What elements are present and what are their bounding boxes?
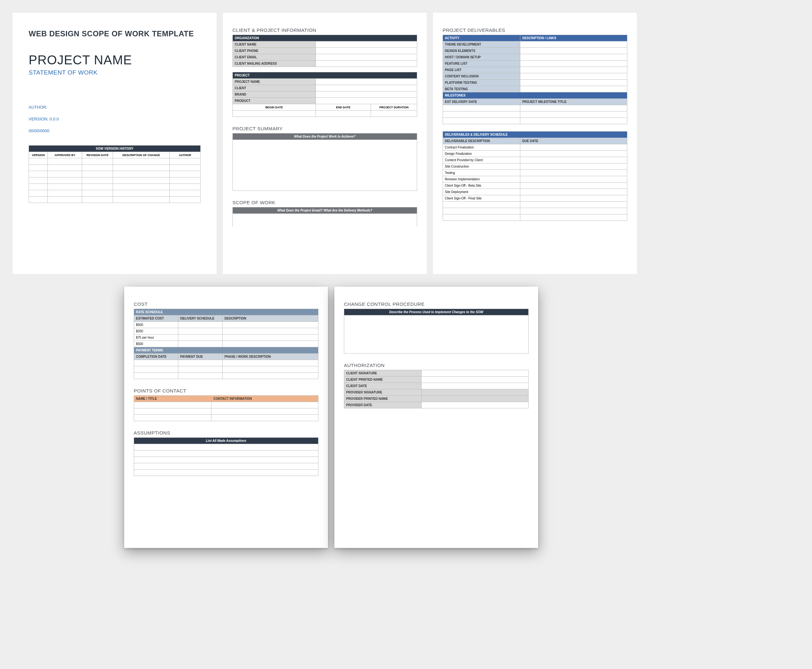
project-name: PROJECT NAME: [29, 53, 201, 67]
act-content: CONTENT INCLUSION: [443, 73, 520, 80]
org-client-email: CLIENT EMAIL: [233, 54, 316, 61]
col-deliv-desc: DELIVERABLE DESCRIPTION: [443, 138, 520, 144]
org-client-name: CLIENT NAME: [233, 41, 316, 48]
col-approved: APPROVED BY: [48, 152, 82, 158]
col-begin-date: BEGIN DATE: [233, 104, 316, 111]
rate-500a: $500: [134, 322, 178, 328]
change-prompt: Describe the Process Used to Implement C…: [344, 309, 528, 315]
proj-name-row: PROJECT NAME: [233, 79, 316, 85]
contacts-table: NAME / TITLE CONTACT INFORMATION: [134, 395, 319, 421]
project-table: PROJECT PROJECT NAME CLIENT BRAND PRODUC…: [232, 72, 417, 117]
col-phase: PHASE / WORK DESCRIPTION: [222, 354, 318, 360]
sched-signoff-beta: Client Sign-Off - Beta Site: [443, 183, 520, 189]
org-client-phone: CLIENT PHONE: [233, 48, 316, 54]
assump-prompt: List All Made Assumptions: [134, 438, 319, 444]
col-name-title: NAME / TITLE: [134, 396, 211, 402]
activity-table: ACTIVITY DESCRIPTION / LINKS THEME DEVEL…: [443, 35, 627, 124]
section-client-project: CLIENT & PROJECT INFORMATION: [232, 27, 417, 33]
sched-deploy: Site Deployment: [443, 189, 520, 195]
section-deliverables: PROJECT DELIVERABLES: [443, 27, 627, 33]
version-label: VERSION: 0.0.0: [29, 117, 201, 121]
col-pay-due: PAYMENT DUE: [178, 354, 222, 360]
col-rate-desc: DESCRIPTION: [222, 315, 318, 322]
milestones-header: MILESTONES: [443, 92, 627, 99]
proj-product-row: PRODUCT: [233, 98, 316, 104]
change-box: Describe the Process Used to Implement C…: [344, 309, 528, 315]
act-beta: BETA TESTING: [443, 86, 520, 92]
authorization-table: CLIENT SIGNATURE CLIENT PRINTED NAME CLI…: [344, 370, 528, 408]
org-header: ORGANIZATION: [233, 35, 417, 41]
scope-area: [232, 214, 417, 227]
statement-of-work-subtitle: STATEMENT OF WORK: [29, 69, 201, 76]
col-author: AUTHOR: [169, 152, 200, 158]
auth-client-name: CLIENT PRINTED NAME: [344, 377, 422, 383]
section-change: CHANGE CONTROL PROCEDURE: [344, 301, 528, 307]
page-5: CHANGE CONTROL PROCEDURE Describe the Pr…: [334, 287, 538, 548]
version-history-table: SOW VERSION HISTORY VERSION APPROVED BY …: [29, 145, 201, 203]
organization-table: ORGANIZATION CLIENT NAME CLIENT PHONE CL…: [232, 35, 417, 67]
section-assumptions: ASSUMPTIONS: [134, 430, 319, 435]
proj-brand-row: BRAND: [233, 91, 316, 98]
scope-box: What Does the Project Entail? What Are t…: [232, 207, 417, 214]
rate-200: $200: [134, 328, 178, 334]
assumptions-table: List All Made Assumptions: [134, 437, 319, 476]
summary-prompt: What Does the Project Work to Achieve?: [233, 133, 417, 140]
sched-testing: Testing: [443, 170, 520, 176]
pay-header: PAYMENT TERMS: [134, 347, 319, 354]
act-page: PAGE LIST: [443, 67, 520, 73]
col-revdate: REVISION DATE: [82, 152, 113, 158]
change-area: [344, 315, 528, 354]
section-project-summary: PROJECT SUMMARY: [232, 126, 417, 131]
col-contact-info: CONTACT INFORMATION: [211, 396, 319, 402]
summary-box: What Does the Project Work to Achieve?: [232, 133, 417, 140]
section-contacts: POINTS OF CONTACT: [134, 388, 319, 393]
col-duration: PROJECT DURATION: [371, 104, 417, 111]
summary-area: [232, 140, 417, 191]
col-end-date: END DATE: [315, 104, 371, 111]
sched-construct: Site Construction: [443, 163, 520, 170]
auth-client-date: CLIENT DATE: [344, 383, 422, 389]
template-title: WEB DESIGN SCOPE OF WORK TEMPLATE: [29, 29, 201, 38]
col-desc: DESCRIPTION OF CHANGE: [113, 152, 170, 158]
page-1: WEB DESIGN SCOPE OF WORK TEMPLATE PROJEC…: [13, 13, 216, 274]
col-est-cost: ESTIMATED COST: [134, 315, 178, 322]
auth-provider-sig: PROVIDER SIGNATURE: [344, 389, 422, 396]
project-header: PROJECT: [233, 72, 417, 79]
act-theme: THEME DEVELOPMENT: [443, 41, 520, 48]
proj-client-row: CLIENT: [233, 85, 316, 91]
auth-client-sig: CLIENT SIGNATURE: [344, 370, 422, 377]
col-activity: ACTIVITY: [443, 35, 520, 41]
auth-provider-date: PROVIDER DATE: [344, 402, 422, 408]
scope-prompt: What Does the Project Entail? What Are t…: [233, 207, 417, 214]
sched-signoff-final: Client Sign-Off - Final Site: [443, 195, 520, 202]
col-desc-links: DESCRIPTION / LINKS: [520, 35, 627, 41]
col-comp-date: COMPLETION DATE: [134, 354, 178, 360]
sched-design: Design Finalization: [443, 151, 520, 157]
rate-table: RATE SCHEDULE ESTIMATED COST DELIVERY SC…: [134, 309, 319, 379]
act-design: DESIGN ELEMENTS: [443, 48, 520, 54]
act-platform: PLATFORM TESTING: [443, 80, 520, 86]
sched-content: Content Provided by Client: [443, 157, 520, 163]
col-due-date: DUE DATE: [520, 138, 627, 144]
col-mile-title: PROJECT MILESTONE TITLE: [520, 99, 627, 105]
section-cost: COST: [134, 301, 319, 307]
auth-provider-name: PROVIDER PRINTED NAME: [344, 396, 422, 402]
sched-contract: Contract Finalization: [443, 144, 520, 151]
act-feature: FEATURE LIST: [443, 61, 520, 67]
page-2: CLIENT & PROJECT INFORMATION ORGANIZATIO…: [223, 13, 427, 274]
history-header: SOW VERSION HISTORY: [29, 146, 201, 152]
date-label: 00/00/0000: [29, 128, 201, 133]
col-deliv-sched: DELIVERY SCHEDULE: [178, 315, 222, 322]
section-authorization: AUTHORIZATION: [344, 363, 528, 368]
schedule-table: DELIVERABLES & DELIVERY SCHEDULE DELIVER…: [443, 131, 627, 221]
rate-500b: $500: [134, 341, 178, 347]
act-host: HOST / DOMAIN SETUP: [443, 54, 520, 61]
page-3: PROJECT DELIVERABLES ACTIVITY DESCRIPTIO…: [433, 13, 637, 274]
rate-75: $75 per hour: [134, 334, 178, 341]
org-client-address: CLIENT MAILING ADDRESS: [233, 61, 316, 67]
rate-header: RATE SCHEDULE: [134, 309, 319, 315]
col-version: VERSION: [29, 152, 48, 158]
schedule-header: DELIVERABLES & DELIVERY SCHEDULE: [443, 131, 627, 138]
sched-revision: Revision Implementation: [443, 176, 520, 183]
author-label: AUTHOR:: [29, 105, 201, 109]
